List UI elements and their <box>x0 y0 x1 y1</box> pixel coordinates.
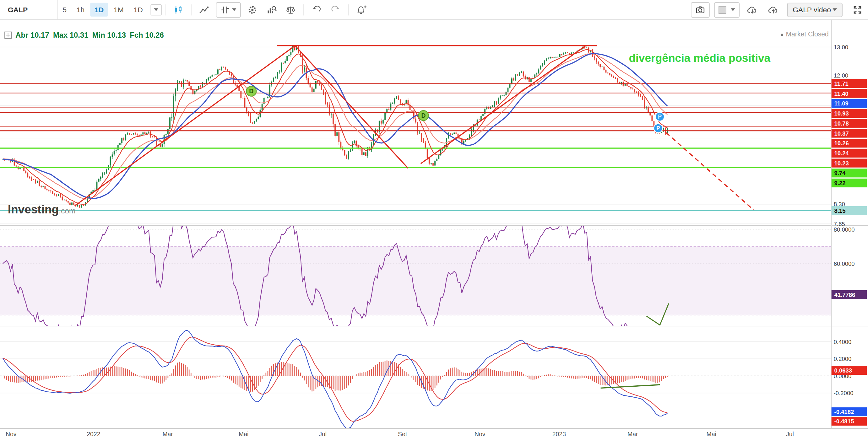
time-axis-label: Nov <box>474 431 485 437</box>
candles-layer <box>2 45 668 208</box>
indicators-button[interactable] <box>264 2 279 17</box>
chevron-down-icon <box>154 8 158 13</box>
redo-button[interactable] <box>328 2 343 17</box>
price-badge: 11.09 <box>832 99 867 108</box>
macd-panel <box>3 331 667 429</box>
time-axis-label: Jul <box>786 431 794 437</box>
svg-text:P: P <box>658 113 662 120</box>
ohlc-open: Abr 10.17 <box>16 31 49 39</box>
save-layout-button[interactable] <box>765 2 782 17</box>
price-chart[interactable]: DDPP <box>0 20 868 440</box>
camera-icon <box>695 5 705 15</box>
divider <box>348 4 349 15</box>
time-axis-label: Nov <box>6 431 16 437</box>
ohlc-high: Max 10.31 <box>53 31 89 39</box>
interval-1d-alt-button[interactable]: 1D <box>129 3 147 16</box>
price-badge: 11.40 <box>832 89 867 98</box>
price-badge: 10.93 <box>832 109 867 118</box>
chevron-down-icon <box>232 8 237 13</box>
galp-video-label: GALP video <box>793 6 831 14</box>
divider <box>303 4 304 15</box>
settings-button[interactable] <box>245 2 260 17</box>
undo-button[interactable] <box>309 2 324 17</box>
status-dot-icon: ● <box>780 31 784 37</box>
time-axis-label: 2023 <box>552 431 566 437</box>
watermark-bold: Investing <box>8 203 59 215</box>
price-badge: 10.78 <box>832 119 867 128</box>
price-axis-label: 12.00 <box>834 72 848 78</box>
fullscreen-icon <box>852 5 863 15</box>
compare-dropdown-button[interactable] <box>216 2 241 17</box>
fullscreen-button[interactable] <box>850 2 865 17</box>
candlestick-chart-type-button[interactable] <box>171 2 186 17</box>
time-axis-label: Jul <box>319 431 327 437</box>
macd-axis-label: 0.4000 <box>834 338 852 345</box>
interval-1mo-button[interactable]: 1M <box>109 3 128 16</box>
interval-dropdown-button[interactable] <box>150 4 161 15</box>
macd-axis-label: -0.2000 <box>834 390 854 396</box>
macd-value-badge: 0.0633 <box>832 366 867 375</box>
time-axis-label: Mai <box>239 431 248 437</box>
symbol-input[interactable]: GALP <box>0 0 58 20</box>
macd-axis-label: 0.2000 <box>834 356 852 362</box>
macd-value-badge: -0.4182 <box>832 407 867 416</box>
market-status-label: Market Closed <box>786 30 829 38</box>
market-status: ●Market Closed <box>780 30 829 38</box>
divider <box>165 4 165 15</box>
cloud-upload-icon <box>767 5 779 15</box>
price-badge: 10.24 <box>832 149 867 158</box>
chevron-down-icon <box>833 8 837 13</box>
interval-1h-button[interactable]: 1h <box>72 3 89 16</box>
background-color-button[interactable] <box>714 2 740 17</box>
chart-window: GALP 5 1h 1D 1M 1D <box>0 0 868 440</box>
rsi-value-badge: 41.7786 <box>832 291 867 299</box>
rsi-axis-label: 80.0000 <box>834 226 855 233</box>
macd-value-badge: -0.4815 <box>832 417 867 426</box>
investing-watermark: Investing.com <box>8 203 76 216</box>
ohlc-grid-icon[interactable] <box>4 31 11 39</box>
load-layout-button[interactable] <box>744 2 761 17</box>
bell-plus-icon <box>356 5 367 15</box>
time-axis-label: 2022 <box>87 431 100 437</box>
galp-video-button[interactable]: GALP video <box>787 2 843 17</box>
time-axis-label: Mar <box>627 431 638 437</box>
cloud-download-icon <box>746 5 758 15</box>
ohlc-low: Min 10.13 <box>92 31 126 39</box>
line-chart-icon <box>199 5 210 15</box>
divergence-annotation[interactable]: divergência média positiva <box>629 52 770 65</box>
interval-5m-button[interactable]: 5 <box>58 3 71 16</box>
redo-icon <box>330 5 340 15</box>
price-badge: 10.26 <box>832 139 867 148</box>
price-badge: 10.37 <box>832 129 867 138</box>
price-badge: 8.15 <box>832 206 867 215</box>
price-badge: 11.71 <box>832 79 867 88</box>
chevron-down-icon <box>731 8 735 13</box>
indicators-icon <box>266 5 277 15</box>
rsi-panel <box>0 210 832 356</box>
line-chart-type-button[interactable] <box>197 2 212 17</box>
scales-icon <box>286 5 296 15</box>
divider <box>191 4 192 15</box>
price-axis-label: 13.00 <box>834 44 848 50</box>
time-axis-label: Mai <box>707 431 716 437</box>
svg-text:P: P <box>656 125 660 132</box>
alert-button[interactable] <box>354 2 369 17</box>
ohlc-readout: Abr 10.17 Max 10.31 Min 10.13 Fch 10.26 <box>4 31 164 39</box>
time-axis-label: Set <box>398 431 407 437</box>
compare-icon <box>220 5 230 15</box>
candlestick-icon <box>173 5 183 15</box>
svg-text:D: D <box>422 112 426 119</box>
rsi-axis-label: 60.0000 <box>834 261 855 267</box>
ohlc-close: Fch 10.26 <box>130 31 164 39</box>
undo-icon <box>312 5 321 15</box>
interval-1d-button[interactable]: 1D <box>90 3 108 16</box>
time-axis-label: Mar <box>162 431 173 437</box>
svg-text:D: D <box>249 88 253 95</box>
screenshot-button[interactable] <box>691 2 710 17</box>
price-badge: 9.22 <box>832 178 867 188</box>
color-swatch <box>718 6 726 13</box>
symbol-text: GALP <box>8 6 28 14</box>
compare-symbols-button[interactable] <box>284 2 298 17</box>
price-badge: 9.74 <box>832 169 867 178</box>
trendlines[interactable] <box>75 45 753 210</box>
